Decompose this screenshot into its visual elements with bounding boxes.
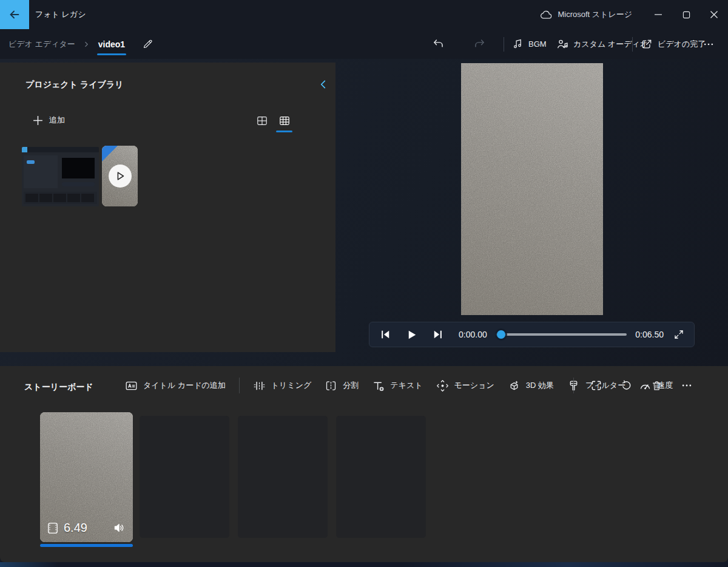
frame-button[interactable] [590,379,602,392]
split-button[interactable]: 分割 [325,379,359,392]
maximize-button[interactable] [672,0,700,29]
fullscreen-button[interactable] [673,329,684,340]
previous-frame-icon [379,328,391,341]
add-label: 追加 [49,115,65,126]
clip-duration: 6.49 [64,521,87,535]
photos-legacy-window: フォト レガシ Microsoft ストレージ ビデオ エディター video1 [0,0,728,567]
collapse-library-button[interactable] [319,80,327,89]
play-outline-icon [115,171,126,182]
app-title: フォト レガシ [35,0,86,29]
pencil-icon [142,38,153,50]
clip-volume-button[interactable] [113,521,126,534]
add-title-card-button[interactable]: タイトル カードの追加 [125,379,226,392]
storyboard-clip[interactable]: 6.49 [40,412,133,542]
project-tab-indicator [97,53,126,55]
ellipsis-icon [681,379,693,392]
next-frame-button[interactable] [432,328,444,341]
mini-add-chip [27,160,35,164]
playback-controls: 0:00.00 0:06.50 [369,322,695,347]
rotate-icon [621,379,633,392]
speaker-icon [113,521,126,534]
library-item-screenshot[interactable] [22,147,99,206]
menubar-divider [504,37,504,52]
minimize-button[interactable] [644,0,672,29]
delete-button[interactable] [651,380,662,392]
breadcrumb: ビデオ エディター video1 [8,29,153,59]
seek-thumb[interactable] [497,330,505,339]
custom-audio-button[interactable]: カスタム オーディオ [556,29,648,59]
project-tab[interactable]: video1 [97,29,126,59]
grid-view-small-button[interactable] [257,115,268,126]
previous-frame-button[interactable] [379,328,391,341]
tool-label: 分割 [343,380,359,391]
chevron-right-icon [83,41,90,48]
back-arrow-icon [8,8,21,21]
finish-video-button[interactable]: ビデオの完了 [641,29,706,59]
play-overlay-button[interactable] [109,165,132,188]
mini-storyboard [24,192,97,204]
chevron-left-icon [319,80,327,89]
total-time: 0:06.50 [635,330,664,339]
close-icon [710,10,718,19]
more-options-button[interactable] [703,29,715,59]
menubar-divider-2 [632,37,633,52]
motion-button[interactable]: モーション [436,379,494,392]
storyboard-section: ストーリーボード タイトル カードの追加 トリミング 分割 テキスト モーショ [0,366,728,562]
trim-button[interactable]: トリミング [253,379,312,392]
text-button[interactable]: テキスト [372,379,422,392]
more-tools-button[interactable] [681,379,693,392]
tool-label: トリミング [271,380,312,391]
rename-project-button[interactable] [142,38,153,50]
tool-label: モーション [454,380,494,391]
bgm-label: BGM [528,39,547,49]
3d-effects-icon [508,379,521,392]
3d-effects-button[interactable]: 3D 効果 [508,379,554,392]
empty-clip-slot [336,416,426,538]
tool-label: タイトル カードの追加 [143,380,226,391]
grid-3x3-icon [279,115,290,126]
library-title: プロジェクト ライブラリ [25,80,124,90]
expand-icon [673,329,684,340]
text-icon [372,379,385,392]
export-icon [641,38,653,50]
play-button[interactable] [406,329,417,341]
ellipsis-icon [703,38,715,50]
mini-preview [62,158,95,178]
grid-view-large-button[interactable] [279,115,290,126]
tool-label: 3D 効果 [526,380,554,391]
split-icon [325,379,337,392]
mini-controls [62,182,95,186]
undo-button[interactable] [432,29,445,59]
close-button[interactable] [700,0,728,29]
seek-slider[interactable] [496,330,627,339]
rotate-button[interactable] [621,379,633,392]
clip-duration-badge: 6.49 [47,521,87,535]
bgm-button[interactable]: BGM [512,29,547,59]
breadcrumb-video-editor[interactable]: ビデオ エディター [8,39,75,50]
library-item-video[interactable] [102,146,138,206]
storage-label: Microsoft ストレージ [558,9,632,20]
cloud-icon [541,10,552,19]
next-frame-icon [432,328,444,341]
add-media-button[interactable]: 追加 [33,115,65,126]
title-card-icon [125,379,138,392]
grid-2x2-icon [257,115,268,126]
video-preview[interactable] [461,63,603,315]
title-bar: フォト レガシ Microsoft ストレージ [0,0,728,29]
editor-menubar: ビデオ エディター video1 BGM [0,29,728,59]
back-button[interactable] [0,0,29,29]
plus-icon [33,115,43,126]
music-note-icon [512,38,524,50]
person-audio-icon [556,38,568,50]
minimize-icon [654,10,662,19]
current-time: 0:00.00 [459,330,487,339]
mini-titlebar [22,147,99,152]
grid-view-indicator [276,131,292,132]
undo-icon [432,38,445,50]
redo-button[interactable] [473,29,486,59]
clip-selection-indicator [40,544,133,547]
storage-status[interactable]: Microsoft ストレージ [541,0,632,29]
mini-back-button [22,147,27,152]
window-bottom-edge [0,562,728,567]
window-controls [644,0,728,29]
